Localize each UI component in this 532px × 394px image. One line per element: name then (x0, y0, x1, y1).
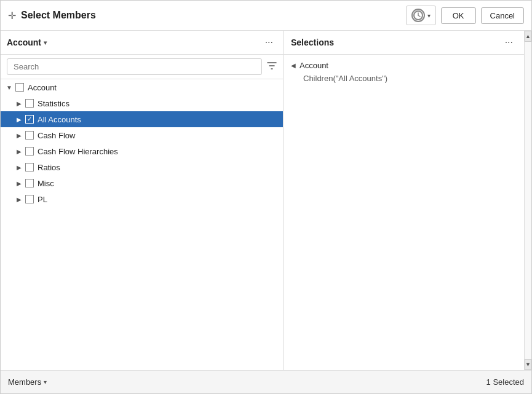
scroll-track[interactable] (525, 42, 531, 359)
tree-item-all-accounts[interactable]: ▶ All Accounts (1, 111, 283, 127)
tree-item-misc[interactable]: ▶ Misc (1, 175, 283, 191)
right-scrollbar: ▲ ▼ (524, 31, 531, 370)
checkbox-pl[interactable] (25, 195, 34, 203)
ok-button[interactable]: OK (441, 7, 476, 24)
selections-title: Selections (291, 37, 334, 47)
tree-item-account[interactable]: ▼ Account (1, 79, 283, 95)
expand-account-icon[interactable]: ▼ (4, 82, 14, 92)
label-cash-flow: Cash Flow (38, 131, 75, 140)
tree-item-cash-flow[interactable]: ▶ Cash Flow (1, 127, 283, 143)
expand-ratios-icon[interactable]: ▶ (14, 162, 24, 172)
checkbox-cash-flow[interactable] (25, 131, 34, 140)
left-panel-header: Account ▾ ··· (1, 31, 283, 55)
expand-pl-icon[interactable]: ▶ (14, 194, 24, 204)
header-right: ▾ OK Cancel (406, 6, 524, 25)
checkbox-misc[interactable] (25, 179, 34, 187)
tree-item-cash-flow-hier[interactable]: ▶ Cash Flow Hierarchies (1, 143, 283, 159)
members-chevron-icon: ▾ (44, 379, 47, 385)
left-panel-more-button[interactable]: ··· (261, 36, 277, 49)
left-panel-title-text: Account (7, 37, 41, 47)
selection-account-label: Account (300, 61, 328, 70)
checkbox-statistics[interactable] (25, 99, 34, 108)
lifecycle-icon (411, 9, 425, 22)
search-input[interactable] (7, 58, 262, 75)
select-members-dialog: ✛ Select Members ▾ OK Cancel Acco (0, 0, 532, 394)
right-panel: Selections ··· ◀ Account Children("All A… (284, 31, 524, 370)
selections-more-button[interactable]: ··· (501, 36, 517, 49)
checkbox-all-accounts[interactable] (25, 115, 34, 124)
filter-button[interactable] (267, 61, 277, 73)
expand-cash-flow-icon[interactable]: ▶ (14, 130, 24, 140)
selected-count: 1 Selected (486, 377, 524, 387)
move-icon[interactable]: ✛ (8, 10, 16, 22)
checkbox-account[interactable] (15, 83, 24, 92)
search-bar (1, 55, 283, 79)
tree-item-pl[interactable]: ▶ PL (1, 191, 283, 207)
dialog-title: Select Members (21, 10, 96, 21)
cancel-button[interactable]: Cancel (481, 7, 524, 24)
scroll-up-arrow[interactable]: ▲ (525, 31, 531, 42)
label-cash-flow-hier: Cash Flow Hierarchies (38, 147, 118, 156)
scroll-down-arrow[interactable]: ▼ (525, 359, 531, 370)
members-dropdown-button[interactable]: Members ▾ (8, 377, 47, 387)
label-all-accounts: All Accounts (38, 115, 81, 124)
lifecycle-button[interactable]: ▾ (406, 6, 436, 25)
label-misc: Misc (38, 179, 54, 188)
tree-item-ratios[interactable]: ▶ Ratios (1, 159, 283, 175)
dialog-footer: Members ▾ 1 Selected (1, 370, 531, 393)
expand-cash-flow-hier-icon[interactable]: ▶ (14, 146, 24, 156)
selection-account: ◀ Account (291, 61, 517, 70)
title-area: ✛ Select Members (8, 10, 96, 22)
expand-statistics-icon[interactable]: ▶ (14, 98, 24, 108)
label-statistics: Statistics (38, 99, 69, 108)
selection-collapse-icon[interactable]: ◀ (291, 62, 296, 69)
lifecycle-chevron-icon: ▾ (427, 12, 431, 19)
account-dropdown-icon: ▾ (44, 39, 47, 46)
label-pl: PL (38, 195, 47, 204)
dialog-header: ✛ Select Members ▾ OK Cancel (1, 1, 531, 31)
label-ratios: Ratios (38, 163, 60, 172)
left-panel: Account ▾ ··· ▼ Account (1, 31, 284, 370)
tree-area: ▼ Account ▶ Statistics ▶ All Accounts (1, 79, 283, 370)
label-account: Account (28, 83, 57, 92)
selection-children: Children("All Accounts") (303, 74, 517, 83)
checkbox-cash-flow-hier[interactable] (25, 147, 34, 156)
expand-misc-icon[interactable]: ▶ (14, 178, 24, 188)
members-label: Members (8, 377, 41, 387)
dialog-body: Account ▾ ··· ▼ Account (1, 31, 531, 370)
selections-body: ◀ Account Children("All Accounts") (284, 55, 524, 370)
checkbox-ratios[interactable] (25, 163, 34, 171)
tree-item-statistics[interactable]: ▶ Statistics (1, 95, 283, 111)
left-panel-title[interactable]: Account ▾ (7, 37, 47, 47)
selections-header: Selections ··· (284, 31, 524, 55)
expand-all-accounts-icon[interactable]: ▶ (14, 114, 24, 124)
